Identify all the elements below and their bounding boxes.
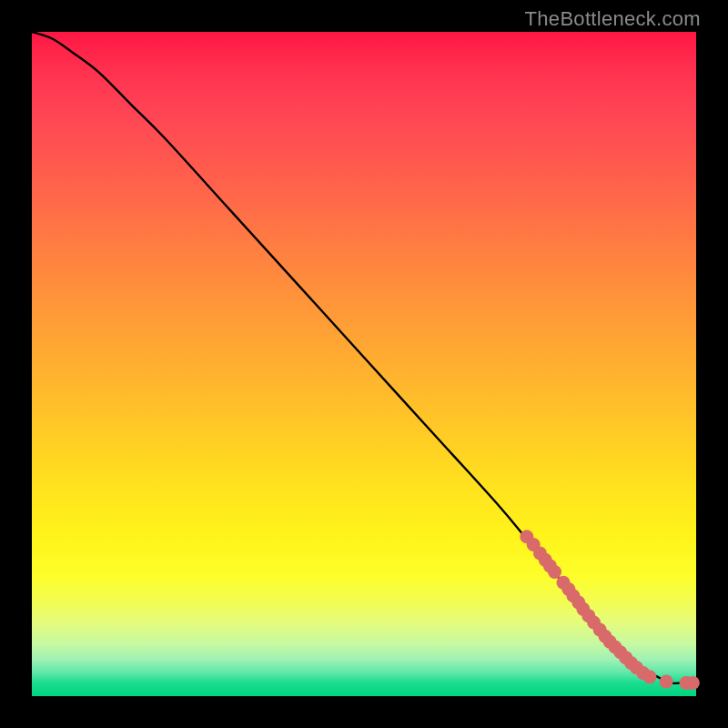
bottleneck-curve [32,32,696,683]
dot-cluster [520,530,700,690]
marker-dot [686,676,700,690]
chart-frame: TheBottleneck.com [0,0,728,728]
watermark-text: TheBottleneck.com [525,7,701,31]
plot-area [32,32,696,696]
marker-dot [548,565,561,579]
chart-svg [32,32,696,696]
marker-dot [642,670,656,683]
marker-dot [660,674,673,688]
